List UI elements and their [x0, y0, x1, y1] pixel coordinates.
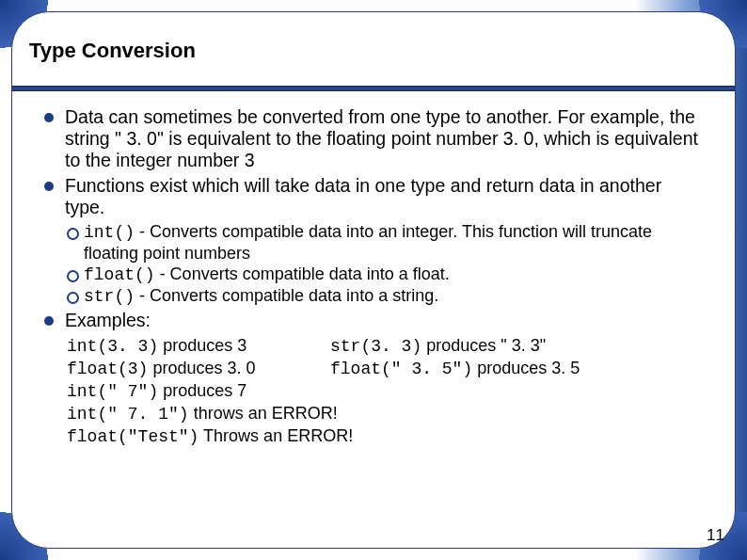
- example-code: float("Test"): [67, 427, 199, 446]
- bullet-text: Data can sometimes be converted from one…: [65, 106, 698, 170]
- content-frame: Type Conversion Data can sometimes be co…: [11, 11, 736, 549]
- examples-block: int(3. 3) produces 3 str(3. 3) produces …: [67, 335, 703, 448]
- bullet-item: Examples:: [44, 310, 703, 331]
- example-code: int(" 7. 1"): [67, 405, 189, 424]
- example-cell: float(3) produces 3. 0: [67, 358, 330, 380]
- example-code: float(" 3. 5"): [330, 360, 472, 378]
- sub-bullet-text: - Converts compatible data into a string…: [135, 286, 438, 305]
- bullet-item: Data can sometimes be converted from one…: [44, 106, 703, 171]
- sub-bullet-text: - Converts compatible data into an integ…: [84, 222, 652, 263]
- sub-bullet-item: str() - Converts compatible data into a …: [67, 286, 703, 308]
- title-underline: [12, 86, 735, 91]
- sub-bullet-item: int() - Converts compatible data into an…: [67, 222, 703, 264]
- examples-row: float(3) produces 3. 0 float(" 3. 5") pr…: [67, 358, 703, 380]
- sub-bullet-item: float() - Converts compatible data into …: [67, 264, 703, 286]
- example-cell: int(3. 3) produces 3: [67, 335, 330, 358]
- examples-row: int(" 7. 1") throws an ERROR!: [67, 403, 703, 425]
- bullet-item: Functions exist which will take data in …: [44, 175, 703, 218]
- bullet-text: Examples:: [65, 310, 151, 330]
- example-code: float(3): [67, 360, 148, 378]
- example-cell: str(3. 3) produces " 3. 3": [330, 335, 546, 358]
- code-float-fn: float(): [84, 265, 155, 284]
- examples-row: int(3. 3) produces 3 str(3. 3) produces …: [67, 335, 703, 358]
- example-result: produces 7: [158, 381, 246, 400]
- examples-row: float("Test") Throws an ERROR!: [67, 425, 703, 448]
- example-code: int(" 7"): [67, 382, 158, 401]
- example-result: Throws an ERROR!: [199, 426, 353, 445]
- code-int-fn: int(): [84, 223, 135, 242]
- slide: Type Conversion Data can sometimes be co…: [0, 0, 747, 560]
- bullet-text: Functions exist which will take data in …: [65, 175, 661, 217]
- code-str-fn: str(): [84, 287, 135, 306]
- example-result: produces " 3. 3": [421, 336, 546, 355]
- example-result: produces 3. 0: [148, 359, 255, 377]
- example-result: throws an ERROR!: [189, 404, 338, 423]
- slide-title: Type Conversion: [29, 39, 196, 63]
- example-result: produces 3: [158, 336, 246, 355]
- examples-row: int(" 7") produces 7: [67, 380, 703, 403]
- example-code: str(3. 3): [330, 337, 421, 356]
- example-cell: float(" 3. 5") produces 3. 5: [330, 358, 580, 380]
- slide-body: Data can sometimes be converted from one…: [44, 106, 703, 520]
- example-code: int(3. 3): [67, 337, 158, 356]
- page-number: 11: [707, 526, 724, 545]
- sub-bullet-text: - Converts compatible data into a float.: [155, 264, 450, 283]
- example-result: produces 3. 5: [472, 359, 580, 377]
